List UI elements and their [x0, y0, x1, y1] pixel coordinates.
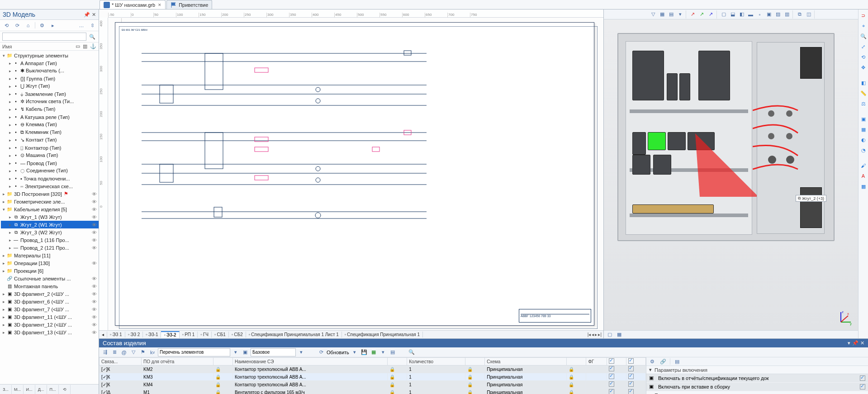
chevron-icon[interactable]: ▸: [7, 215, 13, 219]
tree-item[interactable]: ▸•↘ Контакт (Тип): [1, 136, 99, 144]
kv-icon[interactable]: kv: [148, 348, 157, 356]
sel-all-icon[interactable]: ▣: [765, 10, 773, 19]
left-bottom-tab[interactable]: ⟲: [59, 385, 71, 394]
cube2-icon[interactable]: ▦: [859, 125, 868, 133]
prop-gear-icon[interactable]: ⚙: [648, 357, 656, 366]
tree-item[interactable]: ▸⧉Жгут_1 (W3 Жгут)👁: [1, 213, 99, 221]
tree-item[interactable]: ▸—Провод_2 (121 Про...👁: [1, 244, 99, 252]
chevron-icon[interactable]: ▸: [7, 61, 13, 66]
checkbox[interactable]: [860, 375, 865, 381]
play-icon[interactable]: ▸: [49, 21, 57, 29]
left-bottom-tab[interactable]: П...: [47, 385, 59, 394]
chevron-icon[interactable]: ▸: [1, 269, 6, 273]
chevron-icon[interactable]: ▸: [7, 223, 13, 227]
tree-item[interactable]: ▸•⎓ Электрическая схе...: [1, 182, 99, 190]
table-header[interactable]: Наименование СЭ: [232, 358, 387, 366]
tree-item[interactable]: ▸•⋃ Жгут (Тип): [1, 82, 99, 90]
chevron-down-icon[interactable]: ▾: [676, 10, 684, 19]
table-header[interactable]: Связа...: [100, 358, 142, 366]
visibility-icon[interactable]: 👁: [90, 314, 97, 320]
pin-icon[interactable]: 📌: [852, 340, 859, 346]
visibility-icon[interactable]: 👁: [90, 214, 97, 220]
table-row[interactable]: [✓]КKM2🔒Контактор трехполюсный ABB A...🔒…: [100, 366, 646, 373]
chevron-icon[interactable]: ▸: [7, 123, 13, 127]
schematic-canvas[interactable]: -500501001502002503003504004505005506006…: [99, 9, 604, 338]
chevron-icon[interactable]: ▸: [1, 292, 6, 296]
refresh-icon[interactable]: ⟳: [317, 348, 325, 356]
visibility-icon[interactable]: 👁: [90, 284, 97, 289]
filter-icon[interactable]: ▭: [76, 43, 80, 49]
left-bottom-tab[interactable]: 3...: [0, 385, 12, 394]
page-nav-prev[interactable]: ◂: [99, 332, 107, 337]
prop-doc-icon[interactable]: ▤: [673, 357, 681, 366]
page-nav-btn[interactable]: ▸: [595, 332, 597, 337]
visibility-icon[interactable]: 👁: [90, 207, 97, 212]
table-header-chk[interactable]: [607, 358, 626, 366]
cube-icon[interactable]: ▣: [859, 115, 868, 123]
magnet-icon[interactable]: ⊃: [859, 11, 868, 19]
table-header[interactable]: [213, 358, 232, 366]
tree-item[interactable]: ▸•— Провод (Тип): [1, 159, 99, 167]
chevron-down-icon[interactable]: ▾: [379, 348, 387, 356]
pin-icon[interactable]: 📌: [84, 12, 90, 18]
tree-item[interactable]: ▸▣3D фрагмент_12 (<ШУ ...👁: [1, 321, 99, 328]
page-tab[interactable]: ▫Э3-1: [143, 332, 161, 337]
view-combo[interactable]: [251, 348, 296, 356]
table-row[interactable]: [✓]ΔM1🔒Вентилятор с фильтром 165 м3/ч🔒1🔒…: [100, 389, 646, 394]
refresh-label[interactable]: Обновить: [327, 350, 349, 355]
perspective-icon[interactable]: ◫: [805, 10, 813, 19]
page-nav-btn[interactable]: ◂: [592, 332, 594, 337]
visibility-icon[interactable]: 👁: [90, 261, 97, 266]
left-bottom-tab[interactable]: М...: [12, 385, 24, 394]
text-icon[interactable]: A: [859, 172, 868, 180]
sel-inv-icon[interactable]: ▨: [774, 10, 782, 19]
checkbox[interactable]: [628, 389, 634, 394]
filter-icon[interactable]: ▽: [649, 10, 657, 19]
search-icon[interactable]: 🔍: [88, 33, 96, 41]
list-mode-icon[interactable]: ≣: [110, 348, 119, 356]
table-header[interactable]: [388, 358, 407, 366]
checkbox[interactable]: [628, 366, 634, 371]
checkbox[interactable]: [609, 374, 614, 379]
collapse-icon[interactable]: ⇳: [88, 21, 96, 29]
grid-icon[interactable]: ▤: [667, 10, 675, 19]
checkbox[interactable]: [628, 374, 634, 379]
chevron-icon[interactable]: ▸: [7, 69, 13, 73]
chevron-icon[interactable]: ▸: [1, 199, 6, 204]
chevron-icon[interactable]: ▸: [1, 323, 6, 327]
tree-item[interactable]: ▸▣3D фрагмент_11 (<ШУ ...👁: [1, 313, 99, 321]
search-icon[interactable]: 🔍: [408, 348, 416, 356]
chevron-down-icon[interactable]: ▾: [351, 348, 359, 356]
tree-item[interactable]: ▸📁Геометрические эле...👁: [1, 198, 99, 205]
rotate-icon[interactable]: ⟲: [859, 53, 868, 61]
prop-link-icon[interactable]: 🔗: [659, 357, 667, 366]
at-icon[interactable]: @: [120, 348, 128, 356]
tree-item[interactable]: ▸📁3D Построения [320]⚑👁: [1, 190, 99, 198]
visibility-icon[interactable]: 👁: [90, 237, 97, 243]
model-tree[interactable]: ▾📁Структурные элементы▸•A Аппарат (Тип)▸…: [0, 51, 99, 384]
tree-header-name[interactable]: Имя: [2, 44, 12, 49]
chevron-icon[interactable]: ▸: [1, 192, 6, 196]
multi-view-icon[interactable]: ▦: [615, 331, 623, 339]
table-header[interactable]: Количество: [407, 358, 465, 366]
tree-item[interactable]: ▸📁Проекции [6]: [1, 267, 99, 275]
minus-icon[interactable]: ▾: [649, 367, 652, 373]
page-tab[interactable]: ▫Спецификация Принципиальная 1 Лист 1: [246, 332, 342, 337]
gear-icon[interactable]: ⚙: [38, 21, 46, 29]
columns-icon[interactable]: ▥: [83, 43, 87, 49]
axis-y-icon[interactable]: ↗: [698, 10, 706, 19]
sel-pt-icon[interactable]: ▫: [756, 10, 764, 19]
visibility-icon[interactable]: 👁: [90, 299, 97, 304]
tree-item[interactable]: ▸📁Операции [130]👁: [1, 259, 99, 267]
save-icon[interactable]: 💾: [360, 348, 368, 356]
back-icon[interactable]: ⟲: [2, 21, 10, 29]
tree-item[interactable]: ▸•⧉ Клеммник (Тип): [1, 128, 99, 136]
page-tab[interactable]: ▫Спецификация Принципиальная 1: [342, 332, 423, 337]
tree-item[interactable]: ▸•⌷ Контактор (Тип): [1, 144, 99, 152]
tree-item[interactable]: ▾📁Структурные элементы: [1, 52, 99, 59]
chevron-down-icon[interactable]: ▾: [297, 348, 305, 356]
layer-icon[interactable]: ▦: [658, 10, 666, 19]
tree-item[interactable]: ▾📁Кабельные изделия [5]👁: [1, 205, 99, 213]
sel-iso-icon[interactable]: ◧: [738, 10, 746, 19]
visibility-icon[interactable]: 👁: [90, 307, 97, 312]
